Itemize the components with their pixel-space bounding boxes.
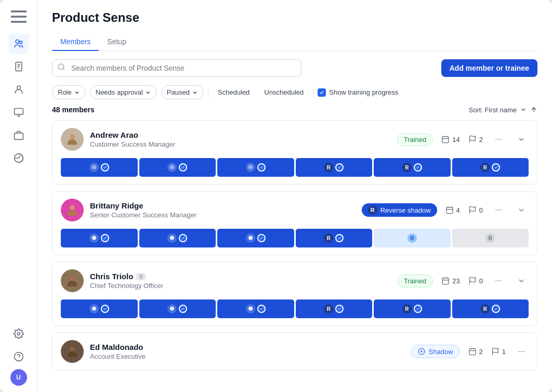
needs-approval-label: Needs approval (96, 88, 143, 96)
member-status-andrew: Trained 14 2 ··· (397, 132, 529, 147)
stat-flag-value-brittany: 0 (479, 206, 483, 214)
add-member-button[interactable]: Add member or trainee (441, 59, 537, 77)
more-options-ed[interactable]: ··· (514, 344, 529, 359)
member-row: Chris Triolo II Chief Technology Officer… (52, 262, 537, 299)
sidebar-item-settings[interactable] (8, 323, 29, 344)
member-title-chris: Chief Technology Officer (90, 282, 391, 290)
paused-filter[interactable]: Paused (161, 85, 204, 99)
paused-label: Paused (167, 88, 190, 96)
members-header: 48 members Sort: First name (52, 106, 537, 114)
stat-calendar-value-brittany: 4 (456, 206, 460, 214)
member-name-ed: Ed Maldonado (90, 343, 404, 351)
member-status-brittany: R Reverse shadow 4 0 ··· (362, 203, 529, 217)
stat-flag-ed: 1 (491, 347, 506, 356)
member-status-ed: Shadow 2 1 ··· (411, 344, 529, 359)
progress-bar-chris: R R R (52, 299, 537, 325)
stat-flag-value-ed: 1 (502, 348, 506, 356)
more-options-brittany[interactable]: ··· (491, 203, 506, 217)
member-row: Andrew Arao Customer Success Manager Tra… (52, 121, 537, 158)
svg-rect-22 (442, 137, 449, 143)
avatar-ed (61, 340, 84, 363)
stat-calendar-ed: 2 (468, 347, 483, 356)
sidebar: U (0, 0, 37, 392)
search-box (52, 59, 301, 77)
needs-approval-filter[interactable]: Needs approval (90, 85, 157, 99)
page-title: Product Sense (52, 10, 537, 25)
status-badge-ed: Shadow (411, 345, 460, 358)
member-info-andrew: Andrew Arao Customer Success Manager (90, 130, 391, 148)
svg-point-39 (70, 347, 74, 351)
search-input[interactable] (52, 59, 301, 77)
tab-setup[interactable]: Setup (99, 33, 135, 51)
hamburger-icon[interactable] (8, 6, 29, 27)
member-info-ed: Ed Maldonado Account Executive (90, 343, 404, 360)
toolbar: Add member or trainee (37, 51, 552, 85)
member-card-ed: Ed Maldonado Account Executive Shadow (52, 332, 537, 371)
stat-calendar-brittany: 4 (445, 206, 460, 214)
members-count: 48 members (52, 106, 95, 114)
member-name-chris: Chris Triolo II (90, 272, 391, 281)
svg-rect-28 (446, 207, 453, 214)
checkbox-icon (318, 88, 326, 97)
svg-point-27 (70, 205, 74, 210)
stat-flag-value-chris: 0 (479, 277, 483, 285)
member-info-chris: Chris Triolo II Chief Technology Officer (90, 272, 391, 290)
role-filter[interactable]: Role (52, 85, 86, 99)
stat-calendar-value-andrew: 14 (452, 136, 459, 143)
svg-point-3 (16, 40, 19, 44)
stat-calendar-value-chris: 23 (452, 277, 459, 285)
avatar-chris (61, 269, 84, 292)
tab-bar: Members Setup (52, 33, 537, 51)
member-title-ed: Account Executive (90, 352, 404, 360)
member-info-brittany: Brittany Ridge Senior Customer Success M… (90, 201, 356, 219)
avatar-andrew (61, 128, 84, 151)
status-badge-chris: Trained (397, 275, 433, 288)
stat-calendar-andrew: 14 (441, 135, 459, 143)
member-title-brittany: Senior Customer Success Manager (90, 211, 356, 219)
svg-rect-34 (442, 278, 449, 284)
sidebar-item-tasks[interactable] (8, 56, 29, 77)
progress-bar-andrew: R R R (52, 158, 537, 184)
member-name-andrew: Andrew Arao (90, 130, 391, 139)
sort-control[interactable]: Sort: First name (469, 106, 537, 114)
expand-chris[interactable] (514, 273, 529, 288)
stat-calendar-value-ed: 2 (479, 348, 483, 356)
stat-flag-chris: 0 (468, 277, 483, 285)
stat-flag-brittany: 0 (468, 206, 483, 214)
member-card-brittany: Brittany Ridge Senior Customer Success M… (52, 191, 537, 255)
svg-point-4 (19, 41, 22, 44)
tab-members[interactable]: Members (52, 33, 99, 51)
search-icon (57, 63, 65, 73)
svg-rect-43 (469, 349, 476, 355)
svg-line-19 (63, 69, 64, 70)
stat-flag-value-andrew: 2 (479, 136, 483, 143)
sidebar-item-monitor[interactable] (8, 102, 29, 123)
svg-point-33 (70, 276, 74, 281)
filter-separator-2 (313, 87, 313, 98)
sidebar-item-analytics[interactable] (8, 148, 29, 168)
filters-bar: Role Needs approval Paused Scheduled Uns… (37, 85, 552, 106)
expand-andrew[interactable] (514, 132, 529, 147)
svg-rect-10 (14, 109, 23, 115)
expand-brittany[interactable] (514, 203, 529, 217)
member-name-brittany: Brittany Ridge (90, 201, 356, 210)
sidebar-item-members[interactable] (8, 33, 29, 54)
scheduled-filter[interactable]: Scheduled (213, 86, 255, 99)
avatar-brittany (61, 199, 84, 221)
member-card-chris: Chris Triolo II Chief Technology Officer… (52, 262, 537, 326)
progress-bar-brittany: R R R (52, 229, 537, 255)
member-status-chris: Trained 23 0 ··· (397, 273, 529, 288)
user-avatar[interactable]: U (10, 369, 27, 386)
svg-point-21 (70, 135, 74, 139)
show-training-progress-label: Show training progress (329, 88, 398, 96)
sidebar-item-briefcase[interactable] (8, 125, 29, 146)
member-title-andrew: Customer Success Manager (90, 140, 391, 148)
more-options-andrew[interactable]: ··· (491, 132, 506, 147)
unscheduled-filter[interactable]: Unscheduled (259, 86, 309, 99)
show-training-progress-toggle[interactable]: Show training progress (318, 88, 398, 97)
svg-point-15 (17, 333, 20, 335)
sidebar-item-profile[interactable] (8, 79, 29, 100)
sidebar-item-help[interactable] (8, 346, 29, 367)
more-options-chris[interactable]: ··· (491, 273, 506, 288)
members-list: 48 members Sort: First name Andrew Arao … (37, 106, 552, 392)
